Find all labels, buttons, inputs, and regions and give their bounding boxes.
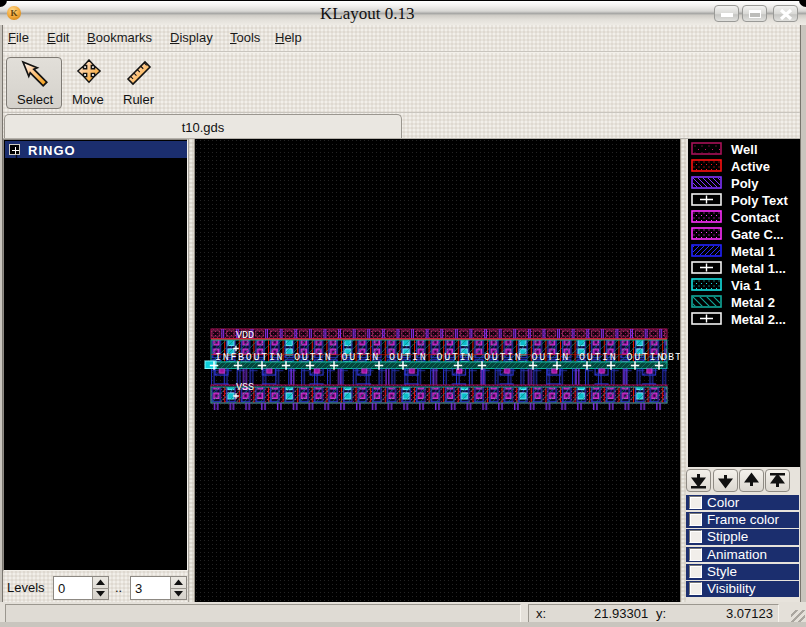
svg-text:OUTIN: OUTIN bbox=[389, 352, 428, 363]
svg-text:OUTIN: OUTIN bbox=[342, 352, 381, 363]
svg-text:OUTIN: OUTIN bbox=[484, 352, 523, 363]
svg-text:VSS: VSS bbox=[236, 382, 254, 393]
svg-text:OUTIN: OUTIN bbox=[294, 352, 333, 363]
svg-text:OUTIN: OUTIN bbox=[437, 352, 476, 363]
svg-text:OUTIN: OUTIN bbox=[532, 352, 571, 363]
svg-text:VDD: VDD bbox=[236, 330, 254, 341]
svg-text:INFBOUTIN: INFBOUTIN bbox=[215, 352, 284, 363]
svg-text:OBT: OBT bbox=[661, 352, 680, 363]
